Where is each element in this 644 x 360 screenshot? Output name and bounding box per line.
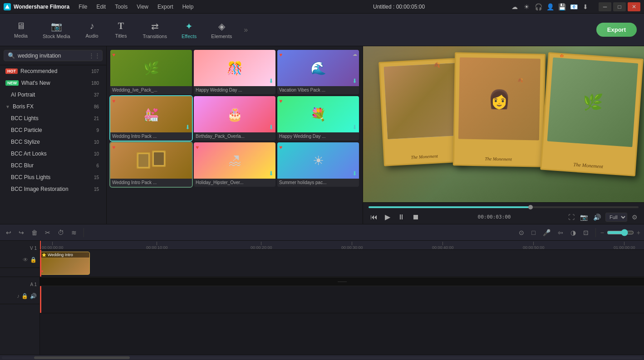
titlebar: Wondershare Filmora File Edit Tools View… xyxy=(0,0,644,14)
effect-item-3[interactable]: 🌊 ♥ ☁ ⬇ Vacation Vibes Pack ... xyxy=(277,50,359,94)
headset-icon[interactable]: 🎧 xyxy=(534,3,542,11)
minimize-button[interactable]: ─ xyxy=(599,2,611,11)
sidebar-item-bcc-plus-lights[interactable]: BCC Plus Lights 15 xyxy=(0,171,106,183)
pause-button[interactable]: ⏸ xyxy=(396,212,407,222)
brightness-icon[interactable]: ☀ xyxy=(522,3,531,11)
grid-view-icon[interactable]: ⋮⋮ xyxy=(88,52,100,59)
toolbar-stock-media[interactable]: 📷 Stock Media xyxy=(36,18,77,42)
effect-item-4[interactable]: 💒 ♥ ⬇ Wedding Intro Pack ... xyxy=(110,96,192,141)
user-icon[interactable]: 👤 xyxy=(546,3,554,11)
toolbar-effects[interactable]: ✦ Effects xyxy=(175,18,203,42)
maximize-button[interactable]: □ xyxy=(613,2,626,11)
polaroid-frame-3: 🌿 The Monement xyxy=(540,52,644,176)
boris-fx-text: Boris FX xyxy=(13,103,34,110)
zoom-minus-icon: − xyxy=(600,229,604,236)
zoom-slider[interactable] xyxy=(607,229,634,236)
menu-edit[interactable]: Edit xyxy=(93,3,109,11)
crop-icon[interactable]: ⊡ xyxy=(581,228,591,238)
cloud-icon[interactable]: ☁ xyxy=(511,3,519,11)
redo-button[interactable]: ↪ xyxy=(16,228,26,238)
polaroid-frame-1: The Monement xyxy=(379,58,466,166)
settings-icon[interactable]: ⚙ xyxy=(631,213,639,222)
scroll-thumb[interactable] xyxy=(34,356,130,359)
sidebar-item-bcc-art-looks[interactable]: BCC Art Looks 10 xyxy=(0,148,106,160)
effect-item-2[interactable]: 🎊 ⬇ Happy Wedding Day ... xyxy=(194,50,275,94)
notification-icon[interactable]: 📧 xyxy=(570,3,578,11)
menu-tools[interactable]: Tools xyxy=(111,3,131,11)
sidebar-item-ai-portrait[interactable]: AI Portrait 37 xyxy=(0,89,106,101)
menu-help[interactable]: Help xyxy=(179,3,197,11)
duration-button[interactable]: ⏱ xyxy=(55,228,66,238)
video-lock-icon[interactable]: 🔒 xyxy=(30,257,37,263)
add-track-area xyxy=(0,268,39,277)
audio-icon: ♪ xyxy=(90,21,94,31)
audio-lock-icon[interactable]: 🔒 xyxy=(21,293,28,299)
cut-button[interactable]: ✂ xyxy=(43,228,53,238)
sidebar-item-whats-new[interactable]: NEW What's New 180 xyxy=(0,77,106,89)
toolbar-titles[interactable]: T Titles xyxy=(108,18,135,41)
progress-handle[interactable] xyxy=(528,205,533,209)
petal-1: 🍂 xyxy=(433,62,440,68)
menu-view[interactable]: View xyxy=(133,3,152,11)
effect-item-8[interactable]: 🏖 ♥ ⬇ Holiday_Hipster_Over... xyxy=(194,142,275,187)
sidebar-item-bcc-lights[interactable]: BCC Lights 21 xyxy=(0,112,106,124)
audio-volume-icon[interactable]: 🔊 xyxy=(30,293,37,299)
toolbar-expand[interactable]: » xyxy=(244,26,248,34)
filter-icon[interactable]: ⊙ xyxy=(516,228,526,238)
mask-icon[interactable]: □ xyxy=(529,228,537,238)
effect-item-6[interactable]: 💐 ♥ ⬇ Happy Wedding Day ... xyxy=(277,96,359,141)
transition-icon[interactable]: ⇦ xyxy=(556,228,565,238)
sidebar-item-recommended[interactable]: HOT Recommended 107 xyxy=(0,65,106,77)
skip-back-button[interactable]: ⏮ xyxy=(369,212,379,222)
effect-label-2: Happy Wedding Day ... xyxy=(194,86,275,94)
toolbar-media[interactable]: 🖥 Media xyxy=(7,18,34,41)
close-button[interactable]: ✕ xyxy=(628,2,640,11)
audio-music-icon[interactable]: ♪ xyxy=(17,293,20,299)
snapshot-icon[interactable]: 📷 xyxy=(579,213,589,222)
volume-icon[interactable]: 🔊 xyxy=(592,213,602,222)
effect-item-5[interactable]: 🎂 ⬇ Birthday_Pack_Overla... xyxy=(194,96,275,141)
save-icon[interactable]: 💾 xyxy=(558,3,566,11)
bcc-lights-count: 21 xyxy=(92,116,101,121)
audio-adjust-button[interactable]: ≋ xyxy=(69,228,79,238)
video-eye-icon[interactable]: 👁 xyxy=(23,257,28,263)
quality-select[interactable]: Full 1/2 1/4 xyxy=(605,213,627,222)
sidebar-item-boris-fx[interactable]: ▼ Boris FX 86 xyxy=(0,101,106,112)
sidebar-item-bcc-blur[interactable]: BCC Blur 6 xyxy=(0,160,106,171)
category-list: HOT Recommended 107 NEW What's New 180 A… xyxy=(0,65,106,224)
timeline-scrollbar[interactable] xyxy=(0,355,644,360)
sidebar-item-bcc-particle[interactable]: BCC Particle 9 xyxy=(0,124,106,136)
sidebar-item-bcc-stylize[interactable]: BCC Stylize 10 xyxy=(0,136,106,148)
bcc-plus-lights-count: 15 xyxy=(92,175,101,180)
bcc-image-restoration-text: BCC Image Restoration xyxy=(11,186,69,192)
effect-item-7[interactable]: ♥ Wedding Intro Pack ... xyxy=(110,142,192,187)
download-icon[interactable]: ⬇ xyxy=(581,3,590,11)
effect-item-1[interactable]: 🌿 ♥ Wedding_Ive_Pack_... xyxy=(110,50,192,94)
menu-export[interactable]: Export xyxy=(154,3,177,11)
search-input[interactable] xyxy=(18,53,86,59)
timeline-toolbar: ↩ ↪ 🗑 ✂ ⏱ ≋ ⊙ □ 🎤 ⇦ ◑ ⊡ − + xyxy=(0,224,644,241)
logo-icon xyxy=(4,3,11,10)
video-clip-1[interactable]: ⭐ Wedding Intro ♥ xyxy=(40,252,90,275)
stop-button[interactable]: ⏹ xyxy=(410,212,421,222)
undo-button[interactable]: ↩ xyxy=(4,228,14,238)
playhead-ruler xyxy=(40,241,41,249)
fullscreen-icon[interactable]: ⛶ xyxy=(567,213,575,222)
toolbar-audio[interactable]: ♪ Audio xyxy=(79,18,106,41)
toolbar-elements[interactable]: ◈ Elements xyxy=(205,18,238,42)
effect-item-9[interactable]: ☀ ♥ ⬇ Summer holidays pac... xyxy=(277,142,359,187)
color-icon[interactable]: ◑ xyxy=(568,228,578,238)
toolbar-separator xyxy=(84,228,84,237)
progress-bar[interactable] xyxy=(369,206,639,208)
effect-label-5: Birthday_Pack_Overla... xyxy=(194,132,275,141)
toolbar-transitions[interactable]: ⇄ Transitions xyxy=(137,18,173,42)
export-button[interactable]: Export xyxy=(596,23,637,37)
delete-button[interactable]: 🗑 xyxy=(29,228,40,238)
menu-file[interactable]: File xyxy=(75,3,91,11)
play-button[interactable]: ▶ xyxy=(383,212,392,222)
heart-icon-9: ♥ xyxy=(279,144,282,151)
mic-icon[interactable]: 🎤 xyxy=(541,228,553,238)
sidebar-item-bcc-image-restoration[interactable]: BCC Image Restoration 15 xyxy=(0,183,106,195)
bcc-lights-text: BCC Lights xyxy=(11,115,39,122)
bcc-plus-lights-text: BCC Plus Lights xyxy=(11,174,50,180)
